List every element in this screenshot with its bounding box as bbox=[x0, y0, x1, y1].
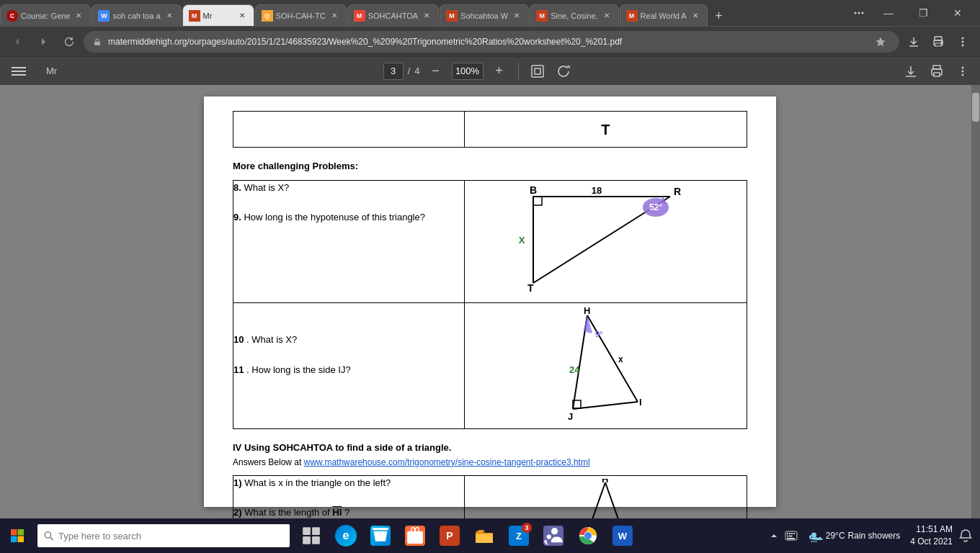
svg-line-39 bbox=[50, 537, 53, 540]
svg-rect-37 bbox=[18, 536, 24, 543]
file-explorer-button[interactable] bbox=[468, 518, 500, 553]
q2-num: 2) bbox=[233, 507, 242, 518]
powerpoint-button[interactable]: P bbox=[434, 518, 466, 553]
search-icon bbox=[43, 530, 54, 541]
tab-close-6[interactable]: ✕ bbox=[511, 10, 522, 22]
tray-up-arrow[interactable] bbox=[767, 529, 781, 543]
notification-button[interactable] bbox=[957, 527, 974, 544]
section-iv-header: IV Using SOHCAHTOA to find a side of a t… bbox=[233, 441, 747, 456]
tab-close-8[interactable]: ✕ bbox=[690, 10, 701, 22]
tab-soh-cah-toa[interactable]: W soh cah toa a ✕ bbox=[92, 4, 181, 26]
maximize-button[interactable]: ❐ bbox=[906, 1, 940, 24]
minimize-button[interactable]: — bbox=[872, 1, 905, 24]
tab-close-1[interactable]: ✕ bbox=[73, 10, 84, 22]
powerpoint-icon: P bbox=[440, 526, 460, 546]
download-icon[interactable] bbox=[902, 30, 925, 53]
address-bar[interactable]: matermiddlehigh.org/ourpages/auto/2015/1… bbox=[84, 31, 899, 53]
angle-52-label: 52° bbox=[649, 202, 662, 212]
triangle-hij-svg: 9° H J I x 24 bbox=[533, 308, 677, 423]
pdf-fit-page-button[interactable] bbox=[527, 61, 548, 81]
pdf-zoom-out-button[interactable]: − bbox=[426, 61, 446, 81]
tray-icons bbox=[767, 529, 798, 543]
scrollbar[interactable] bbox=[971, 85, 980, 518]
tab-favicon-4: Q bbox=[262, 10, 273, 22]
x-label-tri1: X bbox=[519, 235, 525, 246]
chrome-button[interactable] bbox=[572, 518, 604, 553]
bookmark-star-icon[interactable] bbox=[870, 32, 891, 52]
tab-close-7[interactable]: ✕ bbox=[601, 10, 612, 22]
problem-8-text: 8. What is X? bbox=[233, 181, 464, 196]
svg-point-22 bbox=[962, 73, 964, 76]
svg-rect-26 bbox=[533, 197, 542, 205]
q2-body: What is the length of bbox=[244, 507, 330, 518]
tab-sohcahtoa[interactable]: M SOHCAHTOA ✕ bbox=[347, 4, 439, 26]
pdf-zoom-in-button[interactable]: + bbox=[489, 61, 509, 81]
prev-diagram: T bbox=[465, 112, 747, 147]
pdf-controls: / 4 − + bbox=[66, 61, 891, 81]
pdf-more-button[interactable] bbox=[951, 60, 974, 83]
store-button[interactable] bbox=[365, 518, 396, 553]
scroll-thumb[interactable] bbox=[972, 93, 979, 122]
back-button[interactable] bbox=[6, 30, 29, 53]
svg-rect-36 bbox=[11, 536, 17, 543]
notification-icon bbox=[958, 529, 973, 543]
task-view-button[interactable] bbox=[295, 518, 327, 553]
window-controls: — ❐ ✕ bbox=[842, 0, 980, 26]
pdf-page-info: / 4 bbox=[383, 63, 420, 80]
close-button[interactable]: ✕ bbox=[941, 1, 974, 24]
pdf-rotate-button[interactable] bbox=[553, 61, 574, 81]
tab-real-world[interactable]: M Real World A ✕ bbox=[620, 4, 708, 26]
tab-close-2[interactable]: ✕ bbox=[164, 10, 175, 22]
diagram-q1: H Y bbox=[465, 476, 747, 518]
hamburger-menu-icon[interactable] bbox=[6, 58, 32, 84]
tab-course-gene[interactable]: C Course: Gene ✕ bbox=[0, 4, 91, 26]
pdf-zoom-input[interactable] bbox=[452, 63, 484, 80]
tab-sine-cosine[interactable]: M Sine, Cosine, ✕ bbox=[530, 4, 618, 26]
svg-point-21 bbox=[962, 70, 964, 72]
tab-label-2: soh cah toa a bbox=[112, 12, 160, 20]
chrome-settings-icon[interactable] bbox=[847, 1, 870, 24]
taskbar-tray: 29°C Rain showers 11:51 AM 4 Oct 2021 bbox=[767, 523, 980, 548]
tab-close-3[interactable]: ✕ bbox=[236, 10, 248, 22]
pdf-print-button[interactable] bbox=[925, 60, 948, 83]
search-input[interactable] bbox=[58, 531, 284, 541]
q1-text: 1) What is x in the triangle on the left… bbox=[233, 476, 464, 491]
gift-button[interactable] bbox=[399, 518, 431, 553]
tab-close-5[interactable]: ✕ bbox=[421, 10, 432, 22]
teams-button[interactable] bbox=[538, 518, 569, 553]
tab-soh-cah-tc[interactable]: Q SOH-CAH-TC ✕ bbox=[255, 4, 347, 26]
nav-right-icons bbox=[902, 30, 974, 53]
word-button[interactable]: W bbox=[607, 518, 638, 553]
taskbar-search-bar[interactable] bbox=[37, 524, 290, 547]
worksheet-content: T More challenging Problems: 8. W bbox=[233, 111, 747, 518]
mail-button[interactable]: Z 3 bbox=[503, 518, 535, 553]
problem-11-text: 11 . How long is the side IJ? bbox=[233, 363, 464, 378]
tab-favicon-8: M bbox=[626, 10, 638, 22]
pdf-page-input[interactable] bbox=[383, 63, 404, 80]
prev-text-cell bbox=[233, 112, 465, 148]
svg-rect-13 bbox=[12, 71, 26, 72]
forward-button[interactable] bbox=[32, 30, 55, 53]
edge-button[interactable]: e bbox=[330, 518, 362, 553]
start-button[interactable] bbox=[0, 518, 35, 553]
pdf-download-button[interactable] bbox=[899, 60, 922, 83]
svg-rect-52 bbox=[787, 533, 788, 534]
datetime-display[interactable]: 11:51 AM 4 Oct 2021 bbox=[910, 523, 953, 548]
mathwarehouse-link[interactable]: www.mathwarehouse.com/trigonometry/sine-… bbox=[304, 457, 590, 467]
problem-9-text: 9. How long is the hypotenuse of this tr… bbox=[233, 210, 464, 225]
svg-rect-57 bbox=[789, 536, 793, 537]
svg-point-11 bbox=[962, 44, 964, 46]
weather-info[interactable]: 29°C Rain showers bbox=[803, 529, 906, 543]
more-options-icon[interactable] bbox=[951, 30, 974, 53]
print-icon[interactable] bbox=[927, 30, 950, 53]
svg-rect-47 bbox=[476, 534, 493, 543]
title-bar: C Course: Gene ✕ W soh cah toa a ✕ M Mr … bbox=[0, 0, 980, 26]
tab-close-4[interactable]: ✕ bbox=[329, 10, 340, 22]
table-row-q1-q2: 1) What is x in the triangle on the left… bbox=[233, 475, 747, 518]
new-tab-button[interactable]: + bbox=[708, 6, 730, 26]
tab-sohcahtoa-w[interactable]: M Sohcahtoa W ✕ bbox=[440, 4, 529, 26]
problem-10-11-text-cell: 10 . What is X? 11 . How long is the sid… bbox=[233, 302, 465, 428]
tab-mr-active[interactable]: M Mr ✕ bbox=[182, 4, 254, 26]
keyboard-icon[interactable] bbox=[784, 529, 798, 543]
refresh-button[interactable] bbox=[58, 30, 81, 53]
